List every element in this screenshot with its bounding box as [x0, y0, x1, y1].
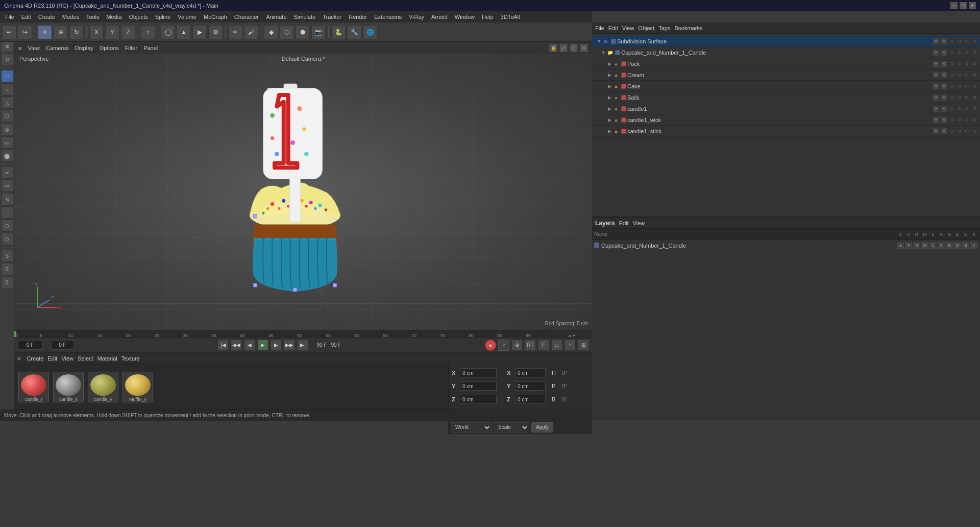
- obj-ctrl-cs2[interactable]: ⬡: [955, 128, 963, 135]
- obj-ctrl-cr3[interactable]: ⬡: [963, 71, 970, 79]
- layer-ctrl-m[interactable]: M: [921, 242, 929, 250]
- tool-plane[interactable]: ▭: [1, 136, 13, 149]
- obj-ctrl-cake-c[interactable]: ✕: [940, 83, 947, 90]
- obj-ctrl-2[interactable]: ⬡: [955, 49, 963, 56]
- layers-menu-view[interactable]: View: [633, 220, 645, 226]
- toolbar-sculpt[interactable]: ▲: [177, 25, 191, 39]
- obj-ctrl-cake4[interactable]: ⬡: [971, 83, 978, 90]
- viewport-window-icon[interactable]: □: [570, 44, 578, 52]
- tool-spline-pen[interactable]: ✏: [1, 166, 13, 179]
- z-pos-input[interactable]: [460, 395, 497, 404]
- tool-smooth[interactable]: ⌒: [1, 206, 13, 219]
- toolbar-rotate[interactable]: ↻: [69, 25, 84, 39]
- layers-menu-layers[interactable]: Layers: [595, 220, 615, 227]
- tool-edge[interactable]: ⬠: [1, 233, 13, 245]
- viewport-menu-view[interactable]: View: [28, 45, 40, 51]
- layer-ctrl-v[interactable]: 👁: [904, 242, 913, 250]
- obj-ctrl-cake2[interactable]: ⬡: [955, 83, 963, 90]
- menu-mograph[interactable]: MoGraph: [201, 13, 230, 21]
- obj-ctrl-c11[interactable]: ⬡: [948, 105, 955, 112]
- viewport-menu-cameras[interactable]: Cameras: [46, 45, 69, 51]
- menu-arnold[interactable]: Arnold: [428, 13, 451, 21]
- layer-ctrl-s[interactable]: ●: [896, 242, 904, 250]
- toolbar-model[interactable]: ◯: [161, 25, 175, 39]
- obj-ctrl-c1e[interactable]: ✏: [933, 105, 940, 112]
- toolbar-scale[interactable]: ⊕: [54, 25, 68, 39]
- y-size-input[interactable]: [515, 381, 546, 391]
- play-prev-key-btn[interactable]: ◀◀: [231, 340, 242, 351]
- bottom-menu-edit[interactable]: Edit: [47, 355, 57, 362]
- toolbar-py[interactable]: 🐍: [331, 25, 346, 39]
- material-candle-s[interactable]: candle_s: [53, 372, 84, 402]
- menu-help[interactable]: Help: [479, 13, 497, 21]
- close-btn[interactable]: ✕: [969, 2, 976, 9]
- apply-button[interactable]: Apply: [531, 422, 553, 433]
- toolbar-paint[interactable]: 🖌: [244, 25, 258, 39]
- obj-menu-bookmarks[interactable]: Bookmarks: [674, 25, 702, 31]
- toolbar-world[interactable]: 🌐: [363, 25, 377, 39]
- menu-render[interactable]: Render: [346, 13, 370, 21]
- obj-ctrl-cake1[interactable]: ⬡: [948, 83, 955, 90]
- viewport-menu-options[interactable]: Options: [100, 45, 119, 51]
- toolbar-move[interactable]: ✛: [38, 25, 52, 39]
- obj-ctrl-cw1[interactable]: ⬡: [948, 116, 955, 124]
- menu-edit[interactable]: Edit: [18, 13, 34, 21]
- viewport-expand-icon[interactable]: ⤢: [559, 44, 568, 52]
- obj-ctrl-cw3[interactable]: ⬡: [963, 116, 970, 124]
- menu-create[interactable]: Create: [35, 13, 58, 21]
- obj-ctrl-e[interactable]: ✏: [933, 49, 940, 56]
- obj-row-subdivision-surface[interactable]: ▼ ⊞ Subdivision Surface ✏ ✕ ⬡ ⬡ ⬡ ⬡: [592, 36, 980, 47]
- vray-extra1[interactable]: ≡: [565, 340, 576, 351]
- obj-ctrl-balls-e[interactable]: ✏: [933, 94, 940, 101]
- obj-ctrl-cs3[interactable]: ⬡: [963, 128, 970, 135]
- obj-ctrl-3[interactable]: ⬡: [963, 49, 970, 56]
- play-end-btn[interactable]: ▶|: [297, 340, 308, 351]
- scale-dropdown[interactable]: Scale: [494, 422, 529, 433]
- vray-frame-btn[interactable]: F: [538, 340, 549, 351]
- record-btn[interactable]: ●: [485, 340, 496, 351]
- obj-ctrl-c13[interactable]: ⬡: [963, 105, 970, 112]
- toolbar-render[interactable]: ▶: [192, 25, 207, 39]
- tool-extra1[interactable]: S: [1, 276, 13, 289]
- obj-menu-tags[interactable]: Tags: [658, 25, 670, 31]
- obj-ctrl-check2[interactable]: ⬡: [955, 38, 963, 45]
- tool-cylinder[interactable]: ⬡: [1, 110, 13, 122]
- obj-menu-file[interactable]: File: [595, 25, 604, 31]
- obj-row-cupcake-group[interactable]: ▼ 📁 Cupcake_and_Number_1_Candle ✏ ✕ ⬡ ⬡ …: [592, 47, 980, 58]
- play-prev-btn[interactable]: ◀: [244, 340, 255, 351]
- vray-stop-btn[interactable]: □: [551, 340, 562, 351]
- menu-tools[interactable]: Tools: [83, 13, 103, 21]
- vray-ipr-btn[interactable]: V: [498, 340, 509, 351]
- menu-modes[interactable]: Modes: [59, 13, 82, 21]
- toolbar-y[interactable]: Y: [105, 25, 119, 39]
- tool-disc[interactable]: ⬤: [1, 150, 13, 162]
- obj-ctrl-cs1[interactable]: ⬡: [948, 128, 955, 135]
- viewport-scene[interactable]: Perspective Default Camera:*: [14, 54, 592, 330]
- tool-sym[interactable]: S: [1, 263, 13, 275]
- play-next-btn[interactable]: ▶: [271, 340, 282, 351]
- viewport-menu-display[interactable]: Display: [75, 45, 93, 51]
- obj-ctrl-p2[interactable]: ⬡: [955, 60, 963, 67]
- menu-animate[interactable]: Animate: [263, 13, 289, 21]
- current-frame-input[interactable]: [17, 341, 43, 350]
- menu-vray[interactable]: V-Ray: [406, 13, 427, 21]
- obj-ctrl-balls-c[interactable]: ✕: [940, 94, 947, 101]
- layer-ctrl-e[interactable]: E: [962, 242, 970, 250]
- play-play-btn[interactable]: ▶: [257, 340, 268, 351]
- obj-ctrl-cr4[interactable]: ⬡: [971, 71, 978, 79]
- menu-simulate[interactable]: Simulate: [291, 13, 319, 21]
- bottom-menu-material[interactable]: Material: [97, 355, 117, 362]
- layer-row-cupcake[interactable]: Cupcake_and_Number_1_Candle ● 👁 R M L A …: [592, 240, 980, 251]
- menu-file[interactable]: File: [2, 13, 17, 21]
- tool-cone[interactable]: △: [1, 97, 13, 109]
- obj-ctrl-edit[interactable]: ✏: [933, 38, 940, 45]
- obj-ctrl-check1[interactable]: ⬡: [948, 38, 955, 45]
- obj-ctrl-pc[interactable]: ✕: [940, 60, 947, 67]
- vray-extra2[interactable]: ⊞: [578, 340, 589, 351]
- toolbar-undo[interactable]: ↩: [2, 25, 16, 39]
- obj-row-pack[interactable]: ▶ ▲ Pack ✏ ✕ ⬡ ⬡ ⬡ ⬡: [592, 58, 980, 69]
- obj-ctrl-c12[interactable]: ⬡: [955, 105, 963, 112]
- bottom-menu-toggle[interactable]: ≡: [17, 355, 20, 362]
- toolbar-xyz[interactable]: X: [89, 25, 104, 39]
- obj-menu-view[interactable]: View: [622, 25, 634, 31]
